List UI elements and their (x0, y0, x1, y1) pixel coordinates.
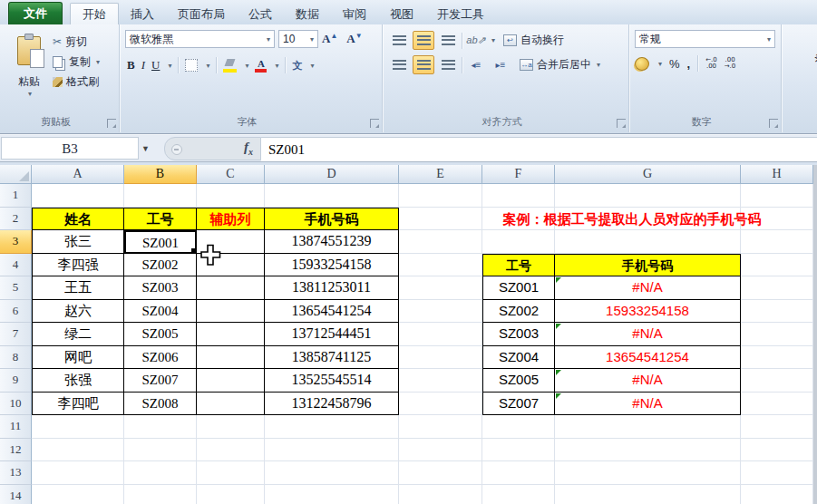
tab-formulas[interactable]: 公式 (237, 4, 284, 24)
row-header-4[interactable]: 4 (0, 254, 32, 277)
cell-G1[interactable] (555, 184, 741, 208)
name-box-dropdown-arrow[interactable]: ▼ (141, 144, 150, 153)
cell-F5[interactable]: SZ001 (482, 276, 555, 300)
cell-H12[interactable] (741, 439, 813, 462)
row-header-2[interactable]: 2 (0, 208, 32, 231)
font-size-combo[interactable]: 10▾ (278, 30, 318, 48)
cell-C8[interactable] (197, 346, 265, 370)
cell-E12[interactable] (399, 439, 482, 462)
cell-B1[interactable] (124, 184, 197, 208)
number-dialog-launcher[interactable] (769, 119, 778, 128)
cell-G4[interactable]: 手机号码 (555, 254, 741, 277)
cell-A6[interactable]: 赵六 (32, 300, 124, 324)
col-header-H[interactable]: H (741, 165, 813, 184)
alignment-dialog-launcher[interactable] (617, 119, 626, 128)
row-header-14[interactable]: 14 (0, 485, 32, 504)
cell-G9[interactable]: #N/A (555, 369, 741, 393)
cell-C2[interactable]: 辅助列 (197, 208, 265, 231)
cell-H9[interactable] (741, 369, 813, 393)
cell-G13[interactable] (555, 461, 741, 485)
borders-dropdown-arrow[interactable]: ▾ (206, 62, 209, 70)
cell-E2[interactable] (399, 208, 482, 231)
cell-E6[interactable] (399, 300, 482, 324)
cell-A1[interactable] (32, 184, 124, 208)
cell-B7[interactable]: SZ005 (124, 323, 197, 346)
cell-G8[interactable]: 13654541254 (555, 346, 741, 370)
cell-F7[interactable]: SZ003 (482, 323, 555, 346)
col-header-G[interactable]: G (555, 165, 741, 184)
cell-A5[interactable]: 王五 (32, 276, 124, 300)
cell-A9[interactable]: 张强 (32, 369, 124, 393)
cell-F14[interactable] (482, 485, 555, 504)
cell-E11[interactable] (399, 415, 482, 439)
col-header-B[interactable]: B (124, 165, 197, 184)
cell-A3[interactable]: 张三 (32, 230, 124, 254)
merge-center-button[interactable]: ↔a 合并后居中 ▾ (520, 57, 600, 73)
fill-color-button[interactable] (223, 59, 237, 73)
cell-A7[interactable]: 绿二 (32, 323, 124, 346)
cell-H4[interactable] (741, 254, 813, 277)
cell-B11[interactable] (124, 415, 197, 439)
row-header-10[interactable]: 10 (0, 393, 32, 416)
vertical-scrollbar[interactable] (813, 165, 817, 504)
col-header-F[interactable]: F (482, 165, 555, 184)
font-dialog-launcher[interactable] (370, 119, 379, 128)
cell-G11[interactable] (555, 415, 741, 439)
cell-C14[interactable] (197, 485, 265, 504)
tab-developer[interactable]: 开发工具 (425, 4, 496, 24)
paste-button[interactable]: 粘贴 ▾ (5, 30, 53, 110)
cell-B14[interactable] (124, 485, 197, 504)
wrap-text-button[interactable]: ↩ 自动换行 (503, 33, 564, 48)
cell-C7[interactable] (197, 323, 265, 346)
row-header-6[interactable]: 6 (0, 300, 32, 324)
col-header-C[interactable]: C (197, 165, 265, 184)
cell-F12[interactable] (482, 439, 555, 462)
underline-button[interactable]: U (151, 58, 160, 73)
align-top-button[interactable] (388, 31, 410, 50)
font-color-button[interactable] (255, 59, 267, 73)
cell-D6[interactable]: 13654541254 (265, 300, 399, 324)
cell-E7[interactable] (399, 323, 482, 346)
cell-F9[interactable]: SZ005 (482, 369, 555, 393)
cell-B2[interactable]: 工号 (124, 208, 197, 231)
comma-style-button[interactable]: , (687, 57, 691, 71)
tab-home[interactable]: 开始 (70, 3, 119, 24)
cell-H3[interactable] (741, 230, 813, 254)
cell-B10[interactable]: SZ008 (124, 393, 197, 416)
cell-D7[interactable]: 13712544451 (265, 323, 399, 346)
cell-F1[interactable] (482, 184, 555, 208)
cell-G6[interactable]: 15933254158 (555, 300, 741, 324)
cell-C10[interactable] (197, 393, 265, 416)
cell-G12[interactable] (555, 439, 741, 462)
cell-H1[interactable] (741, 184, 813, 208)
file-tab[interactable]: 文件 (8, 2, 63, 24)
align-bottom-button[interactable] (437, 31, 459, 50)
font-color-dropdown-arrow[interactable]: ▾ (275, 62, 278, 70)
cell-A12[interactable] (32, 439, 124, 462)
cell-A11[interactable] (32, 415, 124, 439)
tab-page-layout[interactable]: 页面布局 (166, 4, 237, 24)
row-header-11[interactable]: 11 (0, 415, 32, 439)
formula-input[interactable]: SZ001 (261, 137, 817, 161)
cell-C5[interactable] (197, 276, 265, 300)
cell-D4[interactable]: 15933254158 (265, 254, 399, 277)
cell-F4[interactable]: 工号 (482, 254, 555, 277)
cell-H5[interactable] (741, 276, 813, 300)
cut-button[interactable]: ✂ 剪切 (53, 32, 116, 52)
cell-H7[interactable] (741, 323, 813, 346)
cell-G7[interactable]: #N/A (555, 323, 741, 346)
percent-style-button[interactable]: % (669, 57, 680, 71)
number-format-combo[interactable]: 常规▾ (635, 30, 775, 48)
col-header-A[interactable]: A (32, 165, 124, 184)
increase-decimal-button[interactable]: ←.0 .00 (705, 57, 717, 70)
cell-H13[interactable] (741, 461, 813, 485)
cell-B4[interactable]: SZ002 (124, 254, 197, 277)
cell-C6[interactable] (197, 300, 265, 324)
cell-B6[interactable]: SZ004 (124, 300, 197, 324)
cell-D8[interactable]: 13858741125 (265, 346, 399, 370)
row-header-7[interactable]: 7 (0, 323, 32, 346)
cell-B5[interactable]: SZ003 (124, 276, 197, 300)
cell-H8[interactable] (741, 346, 813, 370)
row-header-12[interactable]: 12 (0, 439, 32, 462)
currency-format-button[interactable] (635, 57, 649, 71)
